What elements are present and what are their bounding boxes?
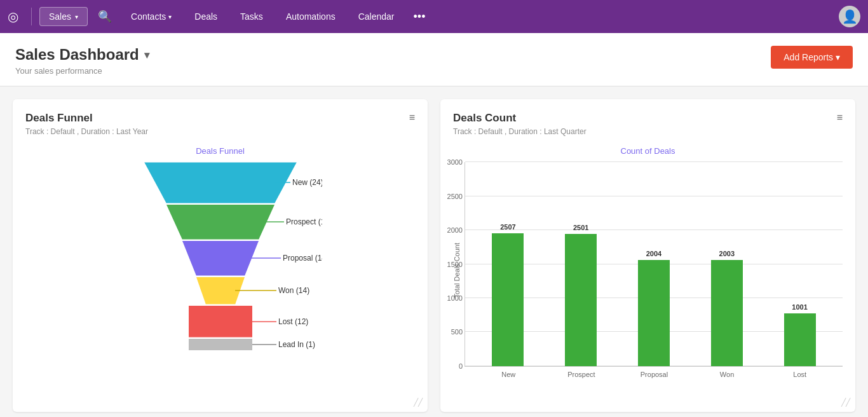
bar-value-prospect: 2501 — [573, 224, 588, 231]
top-navigation: ◎ Sales ▾ 🔍 Contacts ▾ Deals Tasks Autom… — [0, 0, 868, 33]
page-subtitle: Your sales performance — [15, 66, 149, 76]
funnel-svg: New (24) Prospect (10) Proposal (14) Won… — [119, 162, 322, 359]
diagonal-lines-decoration-bar: ╱╱ — [841, 398, 850, 407]
funnel-chart-subtitle: Track : Default , Duration : Last Year — [25, 127, 415, 136]
funnel-chart-menu-icon[interactable]: ≡ — [409, 112, 415, 123]
bar-chart-label: Count of Deals — [453, 146, 843, 156]
x-label-prospect: Prospect — [566, 371, 597, 378]
bar-chart-container: Total Deals Count 3000 2500 2000 1500 10… — [453, 162, 843, 378]
bar-chart-menu-icon[interactable]: ≡ — [837, 112, 843, 123]
bar-chart-subtitle: Track : Default , Duration : Last Quarte… — [453, 127, 843, 136]
nav-divider — [31, 8, 32, 25]
funnel-stage-prospect[interactable] — [166, 205, 275, 240]
bar-chart-grid: 3000 2500 2000 1500 1000 500 0 2507 — [465, 162, 843, 367]
svg-text:Lost (12): Lost (12) — [278, 317, 308, 326]
page-header: Sales Dashboard ▾ Your sales performance… — [0, 33, 868, 86]
funnel-chart-card: Deals Funnel Track : Default , Duration … — [13, 99, 428, 412]
bar-group-proposal: 2004 — [638, 250, 670, 366]
svg-text:Proposal (14): Proposal (14) — [283, 254, 322, 263]
x-label-new: New — [492, 371, 524, 378]
y-axis-label: Total Deals Count — [453, 243, 461, 298]
x-axis-labels: New Prospect Proposal Won Lost — [466, 367, 843, 378]
bar-value-new: 2507 — [500, 223, 515, 231]
funnel-stage-leadin[interactable] — [189, 339, 252, 350]
funnel-wrapper: New (24) Prospect (10) Proposal (14) Won… — [25, 162, 415, 359]
more-options-icon[interactable]: ••• — [409, 10, 431, 24]
bar-group-lost: 1001 — [784, 303, 816, 367]
bar-lost[interactable] — [784, 313, 816, 367]
bar-value-won: 2003 — [719, 250, 735, 257]
bar-value-proposal: 2004 — [646, 250, 661, 257]
x-label-proposal: Proposal — [638, 371, 670, 378]
svg-text:Won (14): Won (14) — [278, 286, 309, 295]
funnel-svg-area: New (24) Prospect (10) Proposal (14) Won… — [25, 162, 415, 359]
user-avatar[interactable]: 👤 — [839, 6, 860, 27]
bar-chart-inner: Total Deals Count 3000 2500 2000 1500 10… — [453, 162, 843, 378]
bar-group-new: 2507 — [492, 223, 524, 366]
app-logo: ◎ — [8, 9, 18, 24]
page-title-group: Sales Dashboard ▾ Your sales performance — [15, 46, 149, 76]
funnel-stage-lost[interactable] — [189, 306, 252, 338]
app-selector-dropdown[interactable]: Sales ▾ — [39, 7, 88, 26]
diagonal-lines-decoration: ╱╱ — [414, 398, 423, 407]
chevron-down-icon: ▾ — [168, 13, 172, 20]
add-reports-button[interactable]: Add Reports ▾ — [771, 46, 853, 69]
svg-text:Lead In (1): Lead In (1) — [278, 340, 315, 349]
nav-automations[interactable]: Automations — [277, 11, 344, 22]
chevron-down-icon: ▾ — [75, 13, 78, 20]
nav-contacts[interactable]: Contacts ▾ — [122, 11, 180, 22]
nav-deals[interactable]: Deals — [186, 11, 226, 22]
bar-new[interactable] — [492, 233, 524, 366]
bar-group-won: 2003 — [711, 250, 743, 366]
x-label-won: Won — [711, 371, 743, 378]
svg-text:Prospect (10): Prospect (10) — [286, 217, 322, 226]
bars-area: 2507 2501 2004 — [465, 162, 843, 366]
funnel-chart-label: Deals Funnel — [25, 146, 415, 156]
bar-value-lost: 1001 — [792, 303, 807, 311]
main-content: Deals Funnel Track : Default , Duration … — [0, 86, 868, 417]
bar-group-prospect: 2501 — [565, 224, 597, 367]
page-title: Sales Dashboard ▾ — [15, 46, 149, 64]
bar-won[interactable] — [711, 260, 743, 366]
app-selector-label: Sales — [49, 11, 71, 22]
funnel-chart-title: Deals Funnel — [25, 112, 415, 125]
search-icon[interactable]: 🔍 — [98, 10, 112, 24]
x-label-lost: Lost — [784, 371, 816, 378]
svg-text:New (24): New (24) — [292, 178, 322, 187]
bar-proposal[interactable] — [638, 260, 670, 366]
title-chevron-down-icon[interactable]: ▾ — [144, 49, 149, 61]
nav-tasks[interactable]: Tasks — [231, 11, 272, 22]
nav-calendar[interactable]: Calendar — [349, 11, 403, 22]
bar-prospect[interactable] — [565, 234, 597, 367]
bar-chart-card: Deals Count Track : Default , Duration :… — [440, 99, 855, 412]
funnel-stage-new[interactable] — [144, 162, 297, 203]
bar-chart-plot: 3000 2500 2000 1500 1000 500 0 2507 — [465, 162, 843, 378]
bar-chart-title: Deals Count — [453, 112, 843, 125]
